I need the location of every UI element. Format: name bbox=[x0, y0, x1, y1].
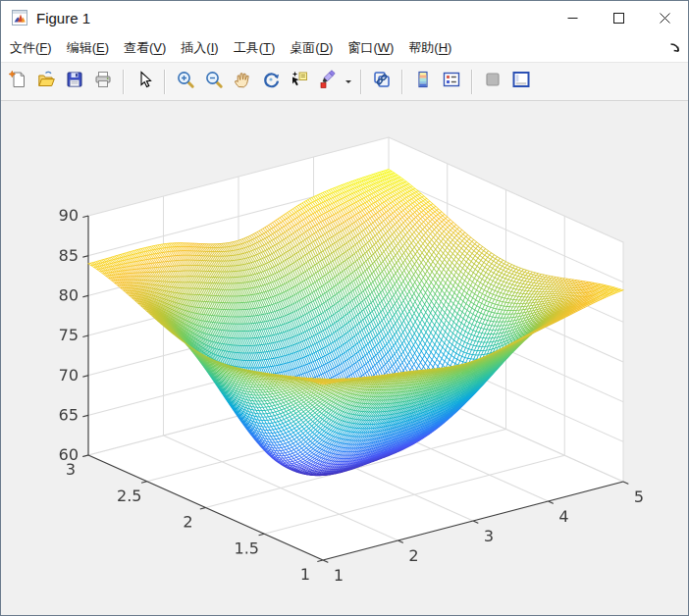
toolbar-separator bbox=[360, 70, 362, 94]
title-bar[interactable]: Figure 1 bbox=[1, 1, 688, 34]
menu-item-help[interactable]: 帮助(H) bbox=[408, 39, 451, 57]
zoom-out-icon bbox=[204, 70, 224, 93]
insert-legend-button[interactable] bbox=[439, 68, 464, 95]
zoom-out-button[interactable] bbox=[201, 68, 227, 95]
rotate-3d-button[interactable] bbox=[258, 68, 284, 95]
menu-item-edit[interactable]: 编辑(E) bbox=[67, 39, 109, 57]
menu-bar: 文件(F) 编辑(E) 查看(V) 插入(I) 工具(T) 桌面(D) 窗口(W… bbox=[1, 34, 688, 63]
zoom-in-button[interactable] bbox=[173, 68, 198, 95]
hide-plot-tools-icon bbox=[483, 70, 503, 93]
window-title: Figure 1 bbox=[36, 10, 90, 26]
toolbar-separator bbox=[471, 70, 473, 94]
figure-canvas-area bbox=[1, 101, 688, 615]
menu-item-file[interactable]: 文件(F) bbox=[10, 39, 52, 57]
open-file-icon bbox=[36, 70, 56, 93]
menu-item-window[interactable]: 窗口(W) bbox=[347, 39, 394, 57]
matlab-figure-icon bbox=[12, 10, 27, 26]
data-cursor-button[interactable] bbox=[287, 68, 312, 95]
pan-button[interactable] bbox=[230, 68, 255, 95]
menu-item-tools[interactable]: 工具(T) bbox=[234, 39, 276, 57]
menu-item-insert[interactable]: 插入(I) bbox=[181, 39, 218, 57]
brush-dropdown-caret[interactable] bbox=[344, 68, 353, 95]
maximize-button[interactable] bbox=[596, 1, 642, 34]
toolbar-separator bbox=[401, 70, 403, 94]
window-controls bbox=[550, 1, 688, 34]
open-file-button[interactable] bbox=[33, 68, 59, 95]
dock-figure-arrow-icon[interactable] bbox=[668, 41, 681, 54]
print-figure-icon bbox=[93, 70, 113, 93]
new-figure-button[interactable] bbox=[5, 68, 30, 95]
save-figure-icon bbox=[65, 70, 84, 93]
brush-data-icon bbox=[318, 70, 338, 93]
close-button[interactable] bbox=[642, 1, 688, 34]
insert-colorbar-button[interactable] bbox=[410, 68, 436, 95]
menu-item-desktop[interactable]: 桌面(D) bbox=[290, 39, 333, 57]
minimize-button[interactable] bbox=[550, 1, 596, 34]
rotate-3d-icon bbox=[261, 70, 281, 93]
pan-hand-icon bbox=[233, 70, 252, 93]
toolbar bbox=[1, 63, 688, 101]
edit-plot-pointer-icon bbox=[134, 70, 154, 93]
save-figure-button[interactable] bbox=[62, 68, 87, 95]
show-plot-tools-icon bbox=[511, 70, 531, 93]
link-plot-icon bbox=[372, 70, 392, 93]
show-plot-tools-button[interactable] bbox=[508, 68, 534, 95]
edit-plot-button[interactable] bbox=[132, 68, 157, 95]
toolbar-separator bbox=[123, 70, 125, 94]
link-plot-button[interactable] bbox=[369, 68, 395, 95]
insert-legend-icon bbox=[442, 70, 461, 93]
hide-plot-tools-button[interactable] bbox=[480, 68, 505, 95]
zoom-in-icon bbox=[176, 70, 195, 93]
print-figure-button[interactable] bbox=[90, 68, 116, 95]
figure-axes[interactable] bbox=[1, 101, 688, 616]
menu-item-view[interactable]: 查看(V) bbox=[124, 39, 166, 57]
new-figure-icon bbox=[8, 70, 27, 93]
brush-data-button[interactable] bbox=[315, 68, 341, 95]
insert-colorbar-icon bbox=[413, 70, 433, 93]
figure-window: Figure 1 文件(F) 编辑(E) 查看(V) 插入(I) 工具(T) 桌… bbox=[0, 0, 689, 616]
toolbar-separator bbox=[164, 70, 166, 94]
data-cursor-icon bbox=[290, 70, 309, 93]
